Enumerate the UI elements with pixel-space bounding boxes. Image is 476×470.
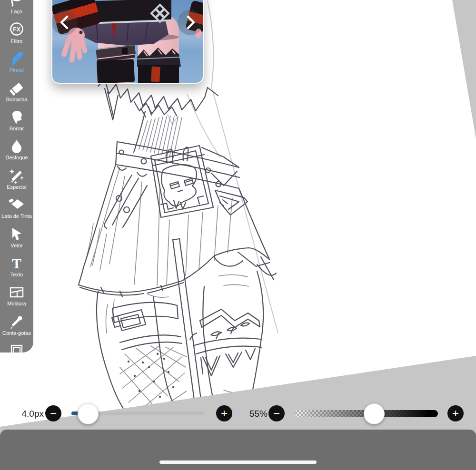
reference-prev-button[interactable] <box>52 10 78 35</box>
paint-bucket-icon <box>9 196 25 213</box>
text-tool-icon: T <box>9 255 25 272</box>
eyedropper-icon <box>9 313 25 330</box>
app-window: Laço FX Filtro Pincel <box>0 0 476 470</box>
canvas-settings-icon <box>9 342 25 352</box>
sidebar-item-eraser[interactable]: Borracha <box>0 75 33 104</box>
sidebar-item-special[interactable]: Especial <box>0 162 33 191</box>
lasso-icon <box>9 0 25 9</box>
photo-shape <box>97 59 135 84</box>
photo-shape <box>122 48 128 54</box>
sidebar-item-brush[interactable]: Pincel <box>0 46 33 75</box>
sidebar-item-smudge[interactable]: Borrar <box>0 104 33 133</box>
sidebar-item-text[interactable]: T Texto <box>0 250 33 279</box>
brush-icon <box>9 50 25 67</box>
brush-size-minus-button[interactable]: − <box>45 405 61 421</box>
sidebar-item-canvas[interactable]: Tela <box>0 338 33 352</box>
sidebar-item-frame[interactable]: Moldura <box>0 279 33 308</box>
opacity-plus-button[interactable]: + <box>447 405 464 421</box>
opacity-value: 55% <box>241 409 268 419</box>
photo-shape <box>151 67 160 82</box>
fx-filter-icon: FX <box>9 21 25 38</box>
photo-shape <box>137 45 181 67</box>
frame-icon <box>9 284 25 301</box>
eraser-icon <box>9 79 25 97</box>
sidebar-item-lasso[interactable]: Laço <box>0 0 33 16</box>
bottom-toolbar: 4.0 3 <box>0 430 476 470</box>
smudge-finger-icon <box>9 108 25 126</box>
brush-size-plus-button[interactable]: + <box>216 405 232 421</box>
svg-text:FX: FX <box>13 26 20 33</box>
blur-drop-icon <box>9 137 25 155</box>
brush-size-value: 4.0px <box>13 409 44 419</box>
sidebar-item-vector[interactable]: Vetor <box>0 221 33 250</box>
photo-shape <box>149 3 170 24</box>
tool-sidebar: Laço FX Filtro Pincel <box>0 0 33 352</box>
chevron-left-icon <box>52 10 78 35</box>
vector-cursor-icon <box>9 225 25 243</box>
opacity-slider-knob[interactable] <box>364 403 385 424</box>
sidebar-item-blur[interactable]: Desfoque <box>0 133 33 162</box>
special-pen-icon <box>9 167 25 184</box>
sidebar-item-paint-bucket[interactable]: Lata de Tinta <box>0 192 33 221</box>
brush-size-slider-knob[interactable] <box>78 403 99 424</box>
reference-next-button[interactable] <box>178 10 203 35</box>
reference-image-panel[interactable] <box>51 0 204 84</box>
home-indicator[interactable] <box>159 460 317 464</box>
sidebar-item-eyedropper[interactable]: Conta-gotas <box>0 308 33 337</box>
opacity-minus-button[interactable]: − <box>268 405 285 421</box>
chevron-right-icon <box>178 10 203 35</box>
sidebar-item-filter[interactable]: FX Filtro <box>0 16 33 45</box>
svg-text:T: T <box>12 255 21 271</box>
